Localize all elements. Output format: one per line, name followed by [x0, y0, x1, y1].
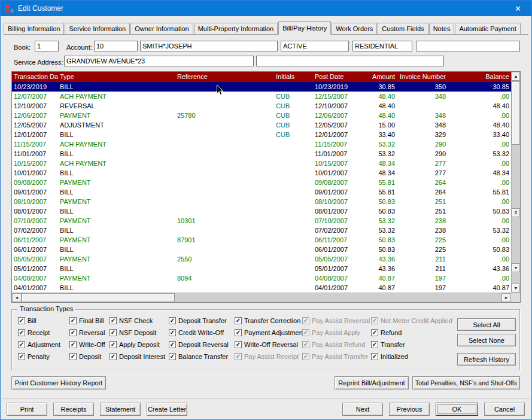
checkbox-initialized[interactable]: ✓Initialized [371, 352, 455, 361]
checkbox-deposit-reversal[interactable]: ✓Deposit Reversal [169, 340, 235, 349]
button-cancel[interactable]: Cancel [484, 403, 525, 416]
hscroll-left-icon[interactable]: ◄ [12, 293, 22, 302]
grid-row[interactable]: 06/11/2007PAYMENT8790106/11/200750.83225… [12, 235, 511, 245]
checkbox-transfer-correction[interactable]: ✓Transfer Correction [235, 316, 302, 325]
button-statement[interactable]: Statement [100, 403, 141, 416]
vscroll-thumb[interactable] [512, 81, 520, 145]
grid-row[interactable]: 12/10/2007REVERSALCUB12/10/200748.4048.4… [12, 101, 511, 111]
refresh-history-button[interactable]: Refresh History [457, 353, 516, 366]
checkbox-nsf-check[interactable]: ✓NSF Check [110, 316, 169, 325]
close-icon[interactable]: ✕ [504, 1, 531, 16]
vscroll-jump-icon[interactable]: ⇕ [512, 208, 520, 217]
grid-row[interactable]: 04/08/2007PAYMENT809404/08/200740.87197.… [12, 273, 511, 283]
grid-row[interactable]: 05/01/2007BILL05/01/200743.3621143.36 [12, 264, 511, 273]
checkbox-deposit-transfer[interactable]: ✓Deposit Transfer [169, 316, 235, 325]
checkbox-final-bill[interactable]: ✓Final Bill [69, 316, 110, 325]
button-receipts[interactable]: Receipts [53, 403, 94, 416]
grid-row[interactable]: 09/08/2007PAYMENT09/08/200755.81264.00 [12, 178, 511, 187]
checkbox-adjustment[interactable]: ✓Adjustment [18, 340, 69, 349]
column-header-transaction-date[interactable]: Transaction Date [12, 72, 58, 82]
horizontal-scrollbar[interactable]: ◄ ► [12, 293, 511, 302]
checkbox-credit-write-off[interactable]: ✓Credit Write-Off [169, 328, 235, 337]
checkbox-balance-transfer[interactable]: ✓Balance Transfer [169, 352, 235, 361]
cell-invoice: 238 [396, 226, 447, 235]
service-address-extra-field[interactable] [256, 56, 444, 66]
cell-type: BILL [58, 264, 175, 273]
book-field[interactable]: 1 [35, 41, 59, 51]
cell-invoice: 211 [396, 254, 447, 264]
select-none-button[interactable]: Select None [457, 334, 516, 346]
checkbox-write-off[interactable]: ✓Write-Off [69, 340, 110, 349]
grid-row[interactable]: 07/02/2007BILL07/02/200753.3223853.32 [12, 226, 511, 235]
total-penalties-button[interactable]: Total Penalties, NSF's and Shut-Offs [412, 376, 520, 389]
checkbox-reversal[interactable]: ✓Reversal [69, 328, 110, 337]
checkbox-payment-adjustment[interactable]: ✓Payment Adjustment [235, 328, 302, 337]
column-header-balance[interactable]: Balance [447, 72, 511, 82]
extra-field[interactable] [416, 41, 520, 51]
class-field[interactable]: RESIDENTIAL [352, 41, 412, 51]
grid-row[interactable]: 11/15/2007ACH PAYMENT11/15/200753.32290.… [12, 139, 511, 149]
reprint-bill-adjustment-button[interactable]: Reprint Bill/Adjustment [335, 376, 409, 389]
cell-initials: CUB [274, 130, 303, 139]
column-header-type[interactable]: Type [58, 72, 175, 82]
checkbox-bill[interactable]: ✓Bill [18, 316, 69, 325]
grid-row[interactable]: 12/06/2007PAYMENT25780CUB12/06/200748.40… [12, 111, 511, 120]
print-customer-history-report-button[interactable]: Print Customer History Report [11, 376, 106, 389]
button-print[interactable]: Print [7, 403, 47, 416]
button-create-letter[interactable]: Create Letter [147, 403, 187, 416]
customer-name-field[interactable]: SMITH*JOSEPH [140, 41, 278, 51]
column-header-reference[interactable]: Reference [175, 72, 274, 82]
status-field[interactable]: ACTIVE [281, 41, 349, 51]
grid-row[interactable]: 04/01/2007BILL04/01/200740.8719740.87 [12, 283, 511, 293]
tab-owner-information[interactable]: Owner Information [130, 23, 193, 34]
grid-row[interactable]: 08/10/2007PAYMENT08/10/200750.83251.00 [12, 197, 511, 206]
grid-row[interactable]: 08/01/2007BILL08/01/200750.8325150.83 [12, 206, 511, 216]
checkbox-write-off-reversal[interactable]: ✓Write-Off Reversal [235, 340, 302, 349]
column-header-invoice-number[interactable]: Invoice Number [396, 72, 447, 82]
grid-row[interactable]: 10/01/2007BILL10/01/200748.3427748.34 [12, 168, 511, 178]
tab-billing-information[interactable]: Billing Information [4, 23, 64, 34]
tab-custom-fields[interactable]: Custom Fields [378, 23, 428, 34]
grid-row[interactable]: 10/23/2019BILL10/23/201930.8535030.85 [12, 82, 511, 92]
vscroll-up-icon[interactable]: ▲ [512, 72, 520, 81]
checkbox-transfer[interactable]: ✓Transfer [371, 340, 455, 349]
button-previous[interactable]: Previous [389, 403, 430, 416]
grid-row[interactable]: 10/15/2007ACH PAYMENT10/15/200748.34277.… [12, 159, 511, 168]
grid-row[interactable]: 09/01/2007BILL09/01/200755.8126455.81 [12, 187, 511, 197]
tab-notes[interactable]: Notes [429, 23, 455, 34]
checkbox-apply-deposit[interactable]: ✓Apply Deposit [110, 340, 169, 349]
tab-bill-pay-history[interactable]: Bill/Pay History [278, 21, 331, 35]
tab-service-information[interactable]: Service Information [65, 23, 130, 34]
tab-work-orders[interactable]: Work Orders [332, 23, 377, 34]
service-address-field[interactable]: GRANDVIEW AVENUE*23 [64, 56, 254, 66]
cell-balance: 48.40 [447, 120, 511, 130]
button-ok[interactable]: OK [436, 403, 478, 416]
checkbox-deposit-interest[interactable]: ✓Deposit Interest [110, 352, 169, 361]
vscroll-down-icon[interactable]: ▼ [512, 284, 520, 293]
checkbox-refund[interactable]: ✓Refund [371, 328, 455, 337]
tab-automatic-payment[interactable]: Automatic Payment [455, 23, 520, 34]
button-next[interactable]: Next [342, 403, 383, 416]
hscroll-thumb[interactable] [22, 293, 175, 302]
grid-row[interactable]: 06/01/2007BILL06/01/200750.8322550.83 [12, 245, 511, 254]
grid-row[interactable]: 12/01/2007BILLCUB12/01/200733.4032933.40 [12, 130, 511, 139]
vscroll-page-down-icon[interactable]: ▼ [512, 263, 520, 272]
checkbox-penalty[interactable]: ✓Penalty [18, 352, 69, 361]
column-header-initials[interactable]: Initials [274, 72, 303, 82]
column-header-amount[interactable]: Amount [361, 72, 396, 82]
account-field[interactable]: 10 [94, 41, 138, 51]
hscroll-right-icon[interactable]: ► [501, 293, 511, 302]
checkbox-receipt[interactable]: ✓Receipt [18, 328, 69, 337]
grid-row[interactable]: 12/07/2007ACH PAYMENTCUB12/15/200748.403… [12, 92, 511, 101]
grid-row[interactable]: 05/05/2007PAYMENT255005/05/200743.36211.… [12, 254, 511, 264]
checkbox-nsf-deposit[interactable]: ✓NSF Deposit [110, 328, 169, 337]
title-bar[interactable]: Edit Customer ✕ [1, 1, 531, 16]
checkbox-deposit[interactable]: ✓Deposit [69, 352, 110, 361]
select-all-button[interactable]: Select All [457, 318, 516, 331]
grid-row[interactable]: 12/05/2007ADJUSTMENTCUB12/05/200715.0034… [12, 120, 511, 130]
column-header-post-date[interactable]: Post Date [303, 72, 361, 82]
grid-row[interactable]: 07/10/2007PAYMENT1030107/10/200753.32238… [12, 216, 511, 226]
vertical-scrollbar[interactable]: ▲ ⇕ ▼ ▼ [511, 72, 520, 293]
grid-row[interactable]: 11/01/2007BILL11/01/200753.3229053.32 [12, 149, 511, 159]
tab-multi-property-information[interactable]: Multi-Property Information [194, 23, 278, 34]
